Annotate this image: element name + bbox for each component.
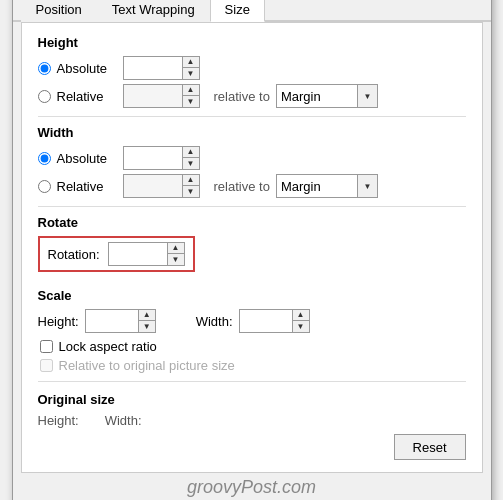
width-absolute-input[interactable]: 2.72" bbox=[124, 147, 182, 169]
height-relative-arrows: ▲ ▼ bbox=[182, 85, 199, 107]
height-absolute-down[interactable]: ▼ bbox=[183, 68, 199, 79]
width-absolute-label: Absolute bbox=[57, 151, 117, 166]
rotate-box: Rotation: 0° ▲ ▼ bbox=[38, 236, 195, 272]
scale-height-label: Height: bbox=[38, 314, 79, 329]
tab-bar: Position Text Wrapping Size bbox=[13, 0, 491, 22]
tab-size[interactable]: Size bbox=[210, 0, 265, 22]
rotation-arrows: ▲ ▼ bbox=[167, 243, 184, 265]
height-section-label: Height bbox=[38, 35, 466, 50]
height-relative-row: Relative ▲ ▼ relative to Margin Page Lef… bbox=[38, 84, 466, 108]
width-relative-down[interactable]: ▼ bbox=[183, 186, 199, 197]
width-relative-up[interactable]: ▲ bbox=[183, 175, 199, 186]
lock-aspect-checkbox[interactable] bbox=[40, 340, 53, 353]
height-relative-radio[interactable] bbox=[38, 90, 51, 103]
scale-height-pair: Height: 100 % ▲ ▼ bbox=[38, 309, 156, 333]
rotation-spinner: 0° ▲ ▼ bbox=[108, 242, 185, 266]
relative-to-picture-row: Relative to original picture size bbox=[40, 358, 466, 373]
width-absolute-spinner: 2.72" ▲ ▼ bbox=[123, 146, 200, 170]
width-margin-select-container: Margin Page Left Margin Right Margin ▼ bbox=[276, 174, 378, 198]
lock-aspect-label: Lock aspect ratio bbox=[59, 339, 157, 354]
orig-height-item: Height: bbox=[38, 413, 85, 428]
scale-width-arrows: ▲ ▼ bbox=[292, 310, 309, 332]
width-absolute-row: Absolute 2.72" ▲ ▼ bbox=[38, 146, 466, 170]
scale-width-pair: Width: 100 % ▲ ▼ bbox=[196, 309, 310, 333]
height-relative-down[interactable]: ▼ bbox=[183, 96, 199, 107]
width-relative-to-label: relative to bbox=[214, 179, 270, 194]
width-relative-spinner: ▲ ▼ bbox=[123, 174, 200, 198]
height-absolute-row: Absolute 0.42" ▲ ▼ bbox=[38, 56, 466, 80]
height-absolute-arrows: ▲ ▼ bbox=[182, 57, 199, 79]
height-absolute-label: Absolute bbox=[57, 61, 117, 76]
lock-aspect-row: Lock aspect ratio bbox=[40, 339, 466, 354]
width-margin-select[interactable]: Margin Page Left Margin Right Margin bbox=[277, 175, 357, 197]
original-size-section: Original size Height: Width: Reset bbox=[38, 392, 466, 460]
scale-width-down[interactable]: ▼ bbox=[293, 321, 309, 332]
orig-size-row: Height: Width: bbox=[38, 413, 466, 428]
rotation-up[interactable]: ▲ bbox=[168, 243, 184, 254]
rotate-row: Rotation: 0° ▲ ▼ bbox=[38, 236, 466, 280]
scale-height-spinner: 100 % ▲ ▼ bbox=[85, 309, 156, 333]
rotation-down[interactable]: ▼ bbox=[168, 254, 184, 265]
width-margin-select-arrow[interactable]: ▼ bbox=[357, 175, 377, 197]
scale-height-input[interactable]: 100 % bbox=[86, 310, 138, 332]
height-relative-to-label: relative to bbox=[214, 89, 270, 104]
scale-height-arrows: ▲ ▼ bbox=[138, 310, 155, 332]
scale-section-label: Scale bbox=[38, 288, 466, 303]
watermark: groovyPost.com bbox=[13, 473, 491, 498]
reset-button[interactable]: Reset bbox=[394, 434, 466, 460]
width-rotate-divider bbox=[38, 206, 466, 207]
tab-position[interactable]: Position bbox=[21, 0, 97, 22]
orig-width-item: Width: bbox=[105, 413, 148, 428]
scale-orig-divider bbox=[38, 381, 466, 382]
rotation-label: Rotation: bbox=[48, 247, 100, 262]
width-absolute-up[interactable]: ▲ bbox=[183, 147, 199, 158]
width-relative-input[interactable] bbox=[124, 175, 182, 197]
height-margin-select[interactable]: Margin Page Left Margin Right Margin bbox=[277, 85, 357, 107]
height-absolute-input[interactable]: 0.42" bbox=[124, 57, 182, 79]
orig-height-label: Height: bbox=[38, 413, 79, 428]
height-margin-select-container: Margin Page Left Margin Right Margin ▼ bbox=[276, 84, 378, 108]
height-absolute-up[interactable]: ▲ bbox=[183, 57, 199, 68]
tab-text-wrapping[interactable]: Text Wrapping bbox=[97, 0, 210, 22]
relative-to-picture-label: Relative to original picture size bbox=[59, 358, 235, 373]
height-relative-label: Relative bbox=[57, 89, 117, 104]
reset-btn-container: Reset bbox=[38, 434, 466, 460]
width-radio-group: Absolute 2.72" ▲ ▼ Relative ▲ ▼ bbox=[38, 146, 466, 198]
scale-section: Height: 100 % ▲ ▼ Width: 100 % ▲ ▼ bbox=[38, 309, 466, 333]
height-radio-group: Absolute 0.42" ▲ ▼ Relative bbox=[38, 56, 466, 108]
orig-width-label: Width: bbox=[105, 413, 142, 428]
width-relative-radio[interactable] bbox=[38, 180, 51, 193]
width-relative-label: Relative bbox=[57, 179, 117, 194]
height-absolute-radio[interactable] bbox=[38, 62, 51, 75]
rotation-input[interactable]: 0° bbox=[109, 243, 167, 265]
original-size-label: Original size bbox=[38, 392, 466, 407]
scale-width-input[interactable]: 100 % bbox=[240, 310, 292, 332]
height-relative-input[interactable] bbox=[124, 85, 182, 107]
layout-dialog: Layout ? ✕ Position Text Wrapping Size H… bbox=[12, 0, 492, 500]
width-relative-row: Relative ▲ ▼ relative to Margin Page Lef… bbox=[38, 174, 466, 198]
dialog-content: Height Absolute 0.42" ▲ ▼ Relative bbox=[21, 22, 483, 473]
width-absolute-arrows: ▲ ▼ bbox=[182, 147, 199, 169]
height-absolute-spinner: 0.42" ▲ ▼ bbox=[123, 56, 200, 80]
height-relative-spinner: ▲ ▼ bbox=[123, 84, 200, 108]
height-margin-select-arrow[interactable]: ▼ bbox=[357, 85, 377, 107]
scale-width-up[interactable]: ▲ bbox=[293, 310, 309, 321]
width-absolute-down[interactable]: ▼ bbox=[183, 158, 199, 169]
relative-to-picture-checkbox[interactable] bbox=[40, 359, 53, 372]
height-width-divider bbox=[38, 116, 466, 117]
rotate-section-label: Rotate bbox=[38, 215, 466, 230]
scale-height-down[interactable]: ▼ bbox=[139, 321, 155, 332]
width-absolute-radio[interactable] bbox=[38, 152, 51, 165]
scale-height-up[interactable]: ▲ bbox=[139, 310, 155, 321]
scale-width-spinner: 100 % ▲ ▼ bbox=[239, 309, 310, 333]
height-relative-up[interactable]: ▲ bbox=[183, 85, 199, 96]
width-relative-arrows: ▲ ▼ bbox=[182, 175, 199, 197]
scale-width-label: Width: bbox=[196, 314, 233, 329]
width-section-label: Width bbox=[38, 125, 466, 140]
